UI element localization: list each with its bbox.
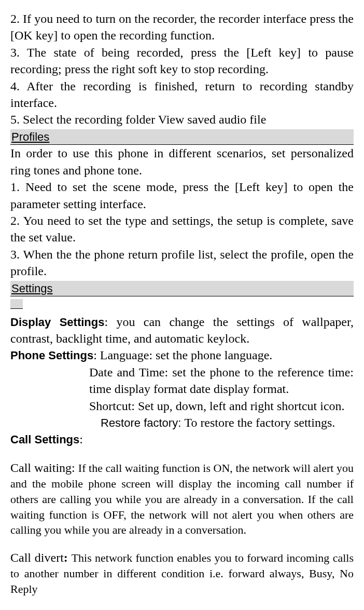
- call-settings-label: Call Settings: [10, 433, 79, 446]
- recorder-step-2: 2. If you need to turn on the recorder, …: [10, 10, 354, 44]
- call-divert-bold-colon: :: [64, 551, 72, 564]
- phone-settings-label: Phone Settings: [10, 349, 93, 362]
- phone-settings-language: Phone Settings: Language: set the phone …: [10, 347, 354, 363]
- phone-settings-lang-text: : Language: set the phone language.: [93, 348, 272, 362]
- call-settings-line: Call Settings:: [10, 431, 354, 448]
- settings-header: Settings: [10, 281, 354, 297]
- restore-factory-text: To restore the factory settings.: [184, 416, 335, 429]
- display-settings-label: Display Settings: [10, 316, 104, 329]
- page-number: 9: [10, 608, 354, 610]
- phone-settings-datetime: Date and Time: set the phone to the refe…: [10, 364, 354, 398]
- profiles-step-2: 2. You need to set the type and settings…: [10, 212, 354, 246]
- recorder-step-4: 4. After the recording is finished, retu…: [10, 78, 354, 112]
- gray-tab: [10, 299, 23, 309]
- call-divert-section: Call divert: This network function enabl…: [10, 549, 354, 597]
- call-waiting-section: Call waiting: If the call waiting functi…: [10, 459, 354, 538]
- display-settings-line: Display Settings: you can change the set…: [10, 314, 354, 347]
- call-waiting-label: Call waiting:: [10, 461, 78, 475]
- profiles-step-3: 3. When the the phone return profile lis…: [10, 246, 354, 280]
- phone-settings-shortcut: Shortcut: Set up, down, left and right s…: [10, 398, 354, 414]
- restore-factory-line: Restore factory: To restore the factory …: [10, 414, 354, 431]
- profiles-intro: In order to use this phone in different …: [10, 145, 354, 179]
- recorder-step-5: 5. Select the recording folder View save…: [10, 111, 354, 128]
- profiles-header: Profiles: [10, 129, 354, 145]
- profiles-step-1: 1. Need to set the scene mode, press the…: [10, 179, 354, 212]
- call-settings-colon: :: [79, 432, 83, 446]
- restore-factory-label: Restore factory:: [101, 416, 184, 429]
- recorder-step-3: 3. The state of being recorded, press th…: [10, 44, 354, 78]
- call-divert-label: Call divert: [10, 551, 64, 564]
